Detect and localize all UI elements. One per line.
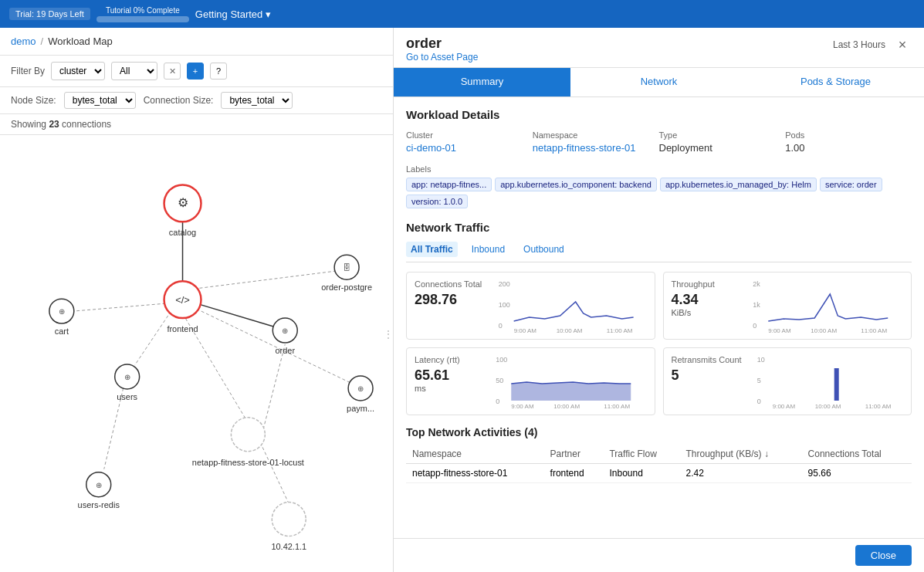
- retransmits-chart-svg: 10 5 0 9:00 AM 10:00 AM 11:00 AM: [750, 354, 903, 408]
- node-orderpostgre-label: order-postgre: [321, 283, 372, 292]
- detail-type: Type Deployment: [659, 130, 786, 154]
- node-locust[interactable]: netapp-fitness-store-01-locust: [192, 418, 304, 467]
- node-users[interactable]: ⊕ users: [115, 364, 140, 401]
- traffic-tab-all[interactable]: All Traffic: [406, 242, 458, 257]
- progress-bar-container: [96, 16, 189, 22]
- latency-area: [511, 382, 631, 401]
- cluster-value[interactable]: ci-demo-01: [406, 142, 533, 154]
- svg-text:10:00 AM: 10:00 AM: [814, 403, 841, 408]
- tutorial-text: Tutorial 0% Complete: [106, 6, 180, 15]
- node-users-icon: ⊕: [124, 373, 130, 381]
- breadcrumb: demo / Workload Map: [0, 28, 393, 56]
- close-footer-button[interactable]: Close: [855, 545, 912, 566]
- toolbar: Filter By cluster All ✕ + ?: [0, 56, 393, 87]
- namespace-value[interactable]: netapp-fitness-store-01: [533, 142, 659, 154]
- node-frontend-icon: </>: [175, 294, 190, 306]
- edge-frontend-payment: [197, 309, 351, 383]
- activities-header-row: Namespace Partner Traffic Flow Throughpu…: [406, 445, 912, 464]
- node-catalog[interactable]: ⚙ catalog: [164, 184, 201, 237]
- node-users-redis[interactable]: ⊕ users-redis: [78, 472, 120, 509]
- node-cart-icon: ⊕: [59, 307, 65, 316]
- node-frontend-label: frontend: [167, 324, 198, 333]
- node-payment-label: paym...: [347, 404, 374, 413]
- node-order-postgre[interactable]: 🗄 order-postgre: [321, 255, 372, 292]
- row-partner: frontend: [544, 464, 604, 483]
- connections-line: [514, 302, 634, 321]
- svg-text:11:00 AM: 11:00 AM: [865, 403, 891, 408]
- connection-size-select[interactable]: bytes_total: [221, 92, 293, 109]
- node-size-select[interactable]: bytes_total: [64, 92, 136, 109]
- node-order-label: order: [275, 346, 295, 355]
- svg-text:0: 0: [496, 398, 499, 405]
- breadcrumb-link-demo[interactable]: demo: [11, 36, 36, 47]
- label-tag-3: service: order: [820, 178, 882, 191]
- metric-retransmits-value: 5: [672, 368, 742, 382]
- node-cart[interactable]: ⊕ cart: [49, 299, 74, 336]
- workload-details-grid: Cluster ci-demo-01 Namespace netapp-fitn…: [406, 130, 912, 154]
- time-range-label: Last 3 Hours: [833, 39, 885, 50]
- cluster-label: Cluster: [406, 130, 533, 140]
- metric-latency-label: Latency (rtt): [415, 354, 476, 365]
- metric-throughput-chart: 2k 1k 0 9:00 AM 10:00 AM 11:00 AM: [741, 279, 904, 333]
- svg-text:9:00 AM: 9:00 AM: [768, 327, 791, 333]
- activities-table: Namespace Partner Traffic Flow Throughpu…: [406, 445, 912, 483]
- graph-canvas[interactable]: ⚙ catalog </> frontend ⊕ cart: [0, 135, 393, 572]
- labels-section: Labels app: netapp-fitnes... app.kuberne…: [406, 164, 912, 208]
- node-catalog-label: catalog: [169, 228, 196, 237]
- filter-clear-button[interactable]: ✕: [164, 63, 181, 80]
- node-frontend[interactable]: </> frontend: [164, 281, 201, 333]
- node-ip[interactable]: 10.42.1.1: [271, 503, 306, 552]
- detail-pods: Pods 1.00: [785, 130, 912, 154]
- metric-throughput: Throughput 4.34 KiB/s 2k 1k 0 9:00 AM: [663, 272, 912, 340]
- activities-title: Top Network Activities (4): [406, 426, 912, 438]
- row-connections-total: 95.66: [802, 464, 912, 483]
- traffic-tab-inbound[interactable]: Inbound: [467, 242, 509, 257]
- table-row: netapp-fitness-store-01 frontend Inbound…: [406, 464, 912, 483]
- connections-label: Showing 23 connections: [0, 114, 393, 135]
- metrics-grid: Connections Total 298.76 200 100 0 9:00 …: [406, 272, 912, 415]
- tab-pods[interactable]: Pods & Storage: [747, 68, 924, 96]
- svg-text:0: 0: [499, 322, 503, 330]
- metric-connections-value: 298.76: [415, 293, 482, 306]
- filter-type-select[interactable]: cluster: [51, 62, 105, 80]
- tab-summary[interactable]: Summary: [394, 68, 570, 96]
- metric-connections-total: Connections Total 298.76 200 100 0 9:00 …: [406, 272, 655, 340]
- breadcrumb-current: Workload Map: [48, 36, 113, 47]
- panel-actions: Last 3 Hours ×: [833, 36, 912, 54]
- filter-help-button[interactable]: ?: [210, 63, 227, 80]
- type-label: Type: [659, 130, 786, 140]
- metric-connections-chart: 200 100 0 9:00 AM 10:00 AM 11:00 AM: [489, 279, 646, 333]
- row-namespace: netapp-fitness-store-01: [406, 464, 544, 483]
- drag-handle[interactable]: ⋮⋮: [383, 328, 393, 340]
- svg-text:11:00 AM: 11:00 AM: [861, 327, 887, 333]
- svg-text:100: 100: [499, 301, 510, 309]
- node-order[interactable]: ⊕ order: [272, 318, 297, 355]
- node-payment-icon: ⊕: [357, 384, 364, 393]
- activities-table-body: netapp-fitness-store-01 frontend Inbound…: [406, 464, 912, 483]
- latency-chart-svg: 100 50 0 9:00 AM 10:00 AM 11:00 AM: [484, 354, 647, 408]
- row-traffic-flow: Inbound: [603, 464, 679, 483]
- svg-text:100: 100: [496, 356, 507, 364]
- node-locust-circle: [231, 418, 265, 452]
- edge-frontend-users: [135, 311, 171, 365]
- svg-text:10:00 AM: 10:00 AM: [811, 327, 837, 333]
- edge-frontend-cart: [73, 303, 166, 311]
- label-tag-1: app.kubernetes.io_component: backend: [495, 178, 657, 191]
- node-size-label: Node Size:: [11, 95, 56, 106]
- node-ip-label: 10.42.1.1: [271, 543, 306, 552]
- node-payment[interactable]: ⊕ paym...: [347, 376, 374, 413]
- panel-subtitle-link[interactable]: Go to Asset Page: [406, 52, 478, 63]
- col-throughput[interactable]: Throughput (KB/s) ↓: [680, 445, 802, 464]
- metric-latency-info: Latency (rtt) 65.61 ms: [415, 354, 476, 394]
- label-tag-2: app.kubernetes.io_managed_by: Helm: [660, 178, 817, 191]
- panel-close-button[interactable]: ×: [893, 36, 912, 54]
- tab-network[interactable]: Network: [570, 68, 747, 96]
- connections-count: 23: [49, 119, 59, 130]
- svg-text:2k: 2k: [753, 280, 760, 288]
- svg-text:200: 200: [499, 280, 510, 288]
- traffic-tab-outbound[interactable]: Outbound: [519, 242, 569, 257]
- metric-throughput-unit: KiB/s: [672, 308, 692, 317]
- filter-value-select[interactable]: All: [111, 62, 157, 80]
- filter-add-button[interactable]: +: [187, 63, 204, 80]
- getting-started-button[interactable]: Getting Started ▾: [195, 8, 271, 20]
